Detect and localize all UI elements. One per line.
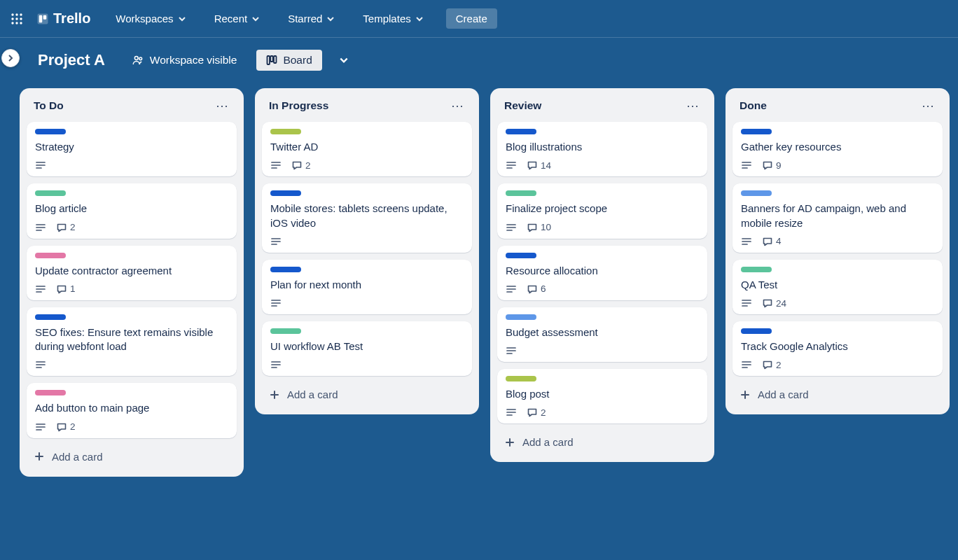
card-label[interactable]	[506, 190, 536, 196]
card-title: Mobile stores: tablets screens update, i…	[270, 202, 464, 230]
card-labels	[35, 253, 228, 258]
add-card-button[interactable]: Add a card	[27, 445, 237, 468]
list-menu-button[interactable]: ⋯	[919, 98, 937, 113]
card-label[interactable]	[741, 328, 772, 334]
list: In Progress⋯Twitter AD2Mobile stores: ta…	[255, 88, 479, 414]
description-icon	[270, 298, 282, 309]
add-card-button[interactable]: Add a card	[497, 430, 707, 454]
card-label[interactable]	[270, 129, 301, 134]
description-icon	[741, 236, 752, 247]
comments-count: 24	[776, 298, 786, 309]
description-icon	[270, 160, 282, 171]
comments-count: 6	[541, 284, 546, 294]
list-menu-button[interactable]: ⋯	[683, 98, 702, 113]
card-label[interactable]	[270, 328, 301, 334]
add-card-button[interactable]: Add a card	[262, 383, 472, 406]
card-title: Blog article	[35, 202, 228, 216]
comments-badge: 2	[762, 359, 782, 370]
card[interactable]: Gather key resources9	[733, 122, 943, 176]
card-label[interactable]	[506, 314, 536, 320]
card[interactable]: Blog article2	[27, 183, 237, 238]
card-badges: 9	[741, 160, 934, 171]
sidebar-expand-button[interactable]	[1, 49, 20, 67]
card[interactable]: SEO fixes: Ensure text remains visible d…	[27, 307, 237, 377]
comment-icon	[56, 222, 67, 233]
card-label[interactable]	[741, 267, 772, 272]
card[interactable]: Mobile stores: tablets screens update, i…	[262, 183, 472, 253]
card-label[interactable]	[35, 129, 66, 134]
nav-starred-label: Starred	[288, 13, 322, 24]
card[interactable]: Add button to main page2	[27, 383, 237, 438]
svg-point-12	[134, 57, 138, 60]
view-switcher-dropdown[interactable]	[335, 51, 353, 69]
svg-point-6	[11, 22, 13, 24]
card[interactable]: UI workflow AB Test	[262, 321, 472, 376]
comments-count: 9	[776, 160, 782, 171]
card-badges	[35, 160, 228, 171]
card-label[interactable]	[506, 129, 536, 134]
description-icon	[35, 284, 46, 295]
comments-badge: 2	[56, 222, 76, 233]
card-label[interactable]	[35, 253, 66, 258]
card-badges	[270, 298, 464, 309]
card[interactable]: Resource allocation6	[497, 246, 707, 300]
card-label[interactable]	[506, 376, 536, 382]
list-menu-button[interactable]: ⋯	[448, 98, 466, 113]
card[interactable]: Blog illustrations14	[497, 122, 707, 176]
nav-templates-label: Templates	[363, 13, 410, 24]
card-label[interactable]	[35, 314, 66, 320]
nav-workspaces[interactable]: Workspaces	[107, 8, 194, 29]
card-title: Strategy	[35, 140, 228, 154]
comments-count: 1	[70, 284, 76, 294]
list-title[interactable]: Review	[504, 99, 541, 112]
card[interactable]: Twitter AD2	[262, 122, 472, 176]
card[interactable]: Budget assessment	[497, 307, 707, 362]
apps-switcher-icon[interactable]	[6, 8, 28, 30]
card-badges: 10	[506, 222, 699, 233]
card[interactable]: Banners for AD campaign, web and mobile …	[733, 183, 943, 253]
view-switcher-button[interactable]: Board	[256, 50, 321, 71]
card-label[interactable]	[270, 267, 301, 272]
card-label[interactable]	[35, 390, 66, 396]
card-labels	[35, 390, 228, 396]
card[interactable]: Finalize project scope10	[497, 183, 707, 238]
card[interactable]: Update contractor agreement1	[27, 246, 237, 300]
card[interactable]: Plan for next month	[262, 260, 472, 314]
comments-count: 2	[541, 407, 546, 418]
card-label[interactable]	[506, 253, 536, 258]
add-card-button[interactable]: Add a card	[733, 383, 943, 406]
card[interactable]: QA Test24	[733, 260, 943, 314]
card[interactable]: Blog post2	[497, 369, 707, 424]
card-badges: 2	[506, 407, 699, 418]
nav-templates[interactable]: Templates	[354, 8, 431, 29]
description-icon	[741, 160, 752, 171]
card-label[interactable]	[270, 190, 301, 196]
board-title[interactable]: Project A	[31, 48, 112, 72]
list-title[interactable]: To Do	[34, 99, 64, 112]
nav-recent[interactable]: Recent	[206, 8, 269, 29]
list: To Do⋯StrategyBlog article2Update contra…	[20, 88, 244, 477]
list-title[interactable]: In Progress	[269, 99, 328, 112]
list-menu-button[interactable]: ⋯	[213, 98, 231, 113]
card-title: Resource allocation	[506, 264, 699, 278]
add-card-label: Add a card	[522, 436, 574, 448]
description-icon	[506, 160, 517, 171]
card-label[interactable]	[35, 190, 66, 196]
svg-point-1	[15, 13, 18, 15]
svg-point-0	[11, 13, 13, 15]
visibility-button[interactable]: Workspace visible	[125, 50, 244, 71]
nav-starred[interactable]: Starred	[279, 8, 343, 29]
card-label[interactable]	[741, 190, 772, 196]
svg-rect-15	[271, 56, 274, 62]
list-header: In Progress⋯	[262, 95, 472, 115]
card-labels	[35, 190, 228, 196]
trello-logo[interactable]: Trello	[31, 10, 96, 27]
card[interactable]: Track Google Analytics2	[733, 321, 943, 376]
card-label[interactable]	[741, 129, 772, 134]
comments-count: 2	[305, 160, 311, 171]
list-header: Done⋯	[733, 95, 943, 115]
card[interactable]: Strategy	[27, 122, 237, 176]
create-button[interactable]: Create	[446, 8, 497, 29]
list-title[interactable]: Done	[740, 99, 767, 112]
card-badges	[270, 359, 464, 370]
